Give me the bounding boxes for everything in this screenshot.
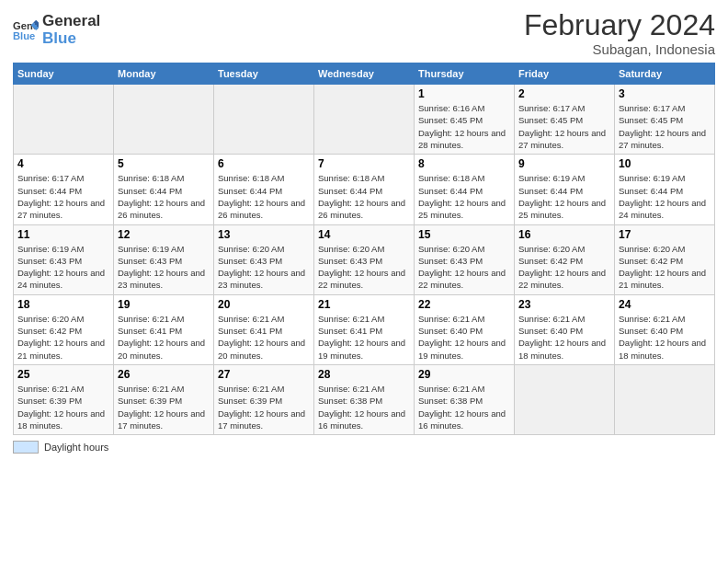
day-cell: 2Sunrise: 6:17 AM Sunset: 6:45 PM Daylig…	[515, 85, 615, 155]
week-row-1: 1Sunrise: 6:16 AM Sunset: 6:45 PM Daylig…	[14, 85, 715, 155]
day-info: Sunrise: 6:20 AM Sunset: 6:42 PM Dayligh…	[518, 243, 610, 292]
day-number: 6	[218, 157, 310, 170]
day-info: Sunrise: 6:17 AM Sunset: 6:44 PM Dayligh…	[17, 172, 109, 221]
day-info: Sunrise: 6:20 AM Sunset: 6:43 PM Dayligh…	[318, 243, 410, 292]
day-number: 7	[318, 157, 410, 170]
day-info: Sunrise: 6:20 AM Sunset: 6:42 PM Dayligh…	[17, 313, 109, 362]
day-info: Sunrise: 6:19 AM Sunset: 6:44 PM Dayligh…	[518, 172, 610, 221]
day-number: 27	[218, 368, 310, 381]
day-cell	[14, 85, 114, 155]
day-cell	[314, 85, 415, 155]
day-cell: 28Sunrise: 6:21 AM Sunset: 6:38 PM Dayli…	[314, 364, 415, 434]
day-cell: 15Sunrise: 6:20 AM Sunset: 6:43 PM Dayli…	[415, 224, 515, 294]
day-number: 19	[118, 298, 210, 311]
day-number: 24	[619, 298, 711, 311]
day-cell: 3Sunrise: 6:17 AM Sunset: 6:45 PM Daylig…	[615, 85, 715, 155]
day-cell: 5Sunrise: 6:18 AM Sunset: 6:44 PM Daylig…	[114, 155, 214, 224]
title-block: February 2024 Subagan, Indonesia	[524, 9, 715, 57]
day-info: Sunrise: 6:21 AM Sunset: 6:39 PM Dayligh…	[218, 383, 310, 431]
day-cell: 11Sunrise: 6:19 AM Sunset: 6:43 PM Dayli…	[14, 224, 114, 294]
day-info: Sunrise: 6:18 AM Sunset: 6:44 PM Dayligh…	[218, 172, 310, 221]
day-cell: 23Sunrise: 6:21 AM Sunset: 6:40 PM Dayli…	[515, 294, 615, 364]
day-number: 5	[118, 157, 210, 170]
day-cell	[515, 364, 615, 434]
day-number: 28	[318, 368, 410, 381]
main-title: February 2024	[524, 9, 715, 41]
day-cell: 18Sunrise: 6:20 AM Sunset: 6:42 PM Dayli…	[14, 294, 114, 364]
week-row-5: 25Sunrise: 6:21 AM Sunset: 6:39 PM Dayli…	[14, 364, 715, 434]
header-cell-friday: Friday	[515, 63, 615, 85]
day-number: 23	[518, 298, 610, 311]
day-cell: 27Sunrise: 6:21 AM Sunset: 6:39 PM Dayli…	[214, 364, 314, 434]
day-cell: 20Sunrise: 6:21 AM Sunset: 6:41 PM Dayli…	[214, 294, 314, 364]
day-info: Sunrise: 6:21 AM Sunset: 6:38 PM Dayligh…	[418, 383, 510, 431]
header-cell-saturday: Saturday	[615, 63, 715, 85]
day-number: 14	[318, 228, 410, 241]
day-info: Sunrise: 6:20 AM Sunset: 6:42 PM Dayligh…	[619, 243, 711, 292]
day-cell: 7Sunrise: 6:18 AM Sunset: 6:44 PM Daylig…	[314, 155, 415, 224]
day-number: 4	[17, 157, 109, 170]
day-info: Sunrise: 6:21 AM Sunset: 6:40 PM Dayligh…	[518, 313, 610, 362]
day-number: 10	[619, 157, 711, 170]
day-info: Sunrise: 6:19 AM Sunset: 6:43 PM Dayligh…	[17, 243, 109, 292]
day-number: 1	[418, 87, 510, 100]
day-number: 15	[418, 228, 510, 241]
day-info: Sunrise: 6:16 AM Sunset: 6:45 PM Dayligh…	[418, 102, 510, 151]
day-number: 12	[118, 228, 210, 241]
day-number: 26	[118, 368, 210, 381]
day-number: 13	[218, 228, 310, 241]
day-cell: 21Sunrise: 6:21 AM Sunset: 6:41 PM Dayli…	[314, 294, 415, 364]
day-number: 16	[518, 228, 610, 241]
day-cell	[214, 85, 314, 155]
day-cell: 8Sunrise: 6:18 AM Sunset: 6:44 PM Daylig…	[415, 155, 515, 224]
logo: General Blue General Blue	[13, 13, 100, 47]
day-cell: 24Sunrise: 6:21 AM Sunset: 6:40 PM Dayli…	[615, 294, 715, 364]
day-info: Sunrise: 6:21 AM Sunset: 6:39 PM Dayligh…	[17, 383, 109, 431]
day-cell: 14Sunrise: 6:20 AM Sunset: 6:43 PM Dayli…	[314, 224, 415, 294]
day-cell: 10Sunrise: 6:19 AM Sunset: 6:44 PM Dayli…	[615, 155, 715, 224]
day-cell	[615, 364, 715, 434]
header-cell-sunday: Sunday	[14, 63, 114, 85]
day-cell: 17Sunrise: 6:20 AM Sunset: 6:42 PM Dayli…	[615, 224, 715, 294]
day-info: Sunrise: 6:21 AM Sunset: 6:38 PM Dayligh…	[318, 383, 410, 431]
logo-line1: General	[42, 13, 100, 30]
logo-line2: Blue	[42, 30, 100, 48]
week-row-4: 18Sunrise: 6:20 AM Sunset: 6:42 PM Dayli…	[14, 294, 715, 364]
day-number: 29	[418, 368, 510, 381]
day-info: Sunrise: 6:18 AM Sunset: 6:44 PM Dayligh…	[118, 172, 210, 221]
header-cell-monday: Monday	[114, 63, 214, 85]
day-number: 17	[619, 228, 711, 241]
day-cell: 6Sunrise: 6:18 AM Sunset: 6:44 PM Daylig…	[214, 155, 314, 224]
day-cell: 29Sunrise: 6:21 AM Sunset: 6:38 PM Dayli…	[415, 364, 515, 434]
day-number: 8	[418, 157, 510, 170]
day-cell: 4Sunrise: 6:17 AM Sunset: 6:44 PM Daylig…	[14, 155, 114, 224]
day-info: Sunrise: 6:17 AM Sunset: 6:45 PM Dayligh…	[619, 102, 711, 151]
day-info: Sunrise: 6:21 AM Sunset: 6:40 PM Dayligh…	[418, 313, 510, 362]
calendar-table: SundayMondayTuesdayWednesdayThursdayFrid…	[13, 63, 715, 435]
day-number: 2	[518, 87, 610, 100]
day-info: Sunrise: 6:19 AM Sunset: 6:43 PM Dayligh…	[118, 243, 210, 292]
subtitle: Subagan, Indonesia	[524, 41, 715, 57]
day-cell	[114, 85, 214, 155]
legend: Daylight hours	[13, 441, 715, 454]
day-cell: 16Sunrise: 6:20 AM Sunset: 6:42 PM Dayli…	[515, 224, 615, 294]
day-info: Sunrise: 6:21 AM Sunset: 6:41 PM Dayligh…	[118, 313, 210, 362]
day-cell: 12Sunrise: 6:19 AM Sunset: 6:43 PM Dayli…	[114, 224, 214, 294]
day-cell: 25Sunrise: 6:21 AM Sunset: 6:39 PM Dayli…	[14, 364, 114, 434]
day-cell: 9Sunrise: 6:19 AM Sunset: 6:44 PM Daylig…	[515, 155, 615, 224]
page: General Blue General Blue February 2024 …	[0, 0, 728, 563]
day-info: Sunrise: 6:21 AM Sunset: 6:41 PM Dayligh…	[318, 313, 410, 362]
logo-icon: General Blue	[13, 17, 39, 43]
header-cell-thursday: Thursday	[415, 63, 515, 85]
header-row: SundayMondayTuesdayWednesdayThursdayFrid…	[14, 63, 715, 85]
svg-text:Blue: Blue	[13, 29, 35, 40]
day-info: Sunrise: 6:21 AM Sunset: 6:41 PM Dayligh…	[218, 313, 310, 362]
day-info: Sunrise: 6:21 AM Sunset: 6:39 PM Dayligh…	[118, 383, 210, 431]
day-info: Sunrise: 6:18 AM Sunset: 6:44 PM Dayligh…	[418, 172, 510, 221]
day-number: 20	[218, 298, 310, 311]
day-number: 3	[619, 87, 711, 100]
header-cell-tuesday: Tuesday	[214, 63, 314, 85]
day-cell: 13Sunrise: 6:20 AM Sunset: 6:43 PM Dayli…	[214, 224, 314, 294]
day-cell: 1Sunrise: 6:16 AM Sunset: 6:45 PM Daylig…	[415, 85, 515, 155]
day-info: Sunrise: 6:20 AM Sunset: 6:43 PM Dayligh…	[218, 243, 310, 292]
